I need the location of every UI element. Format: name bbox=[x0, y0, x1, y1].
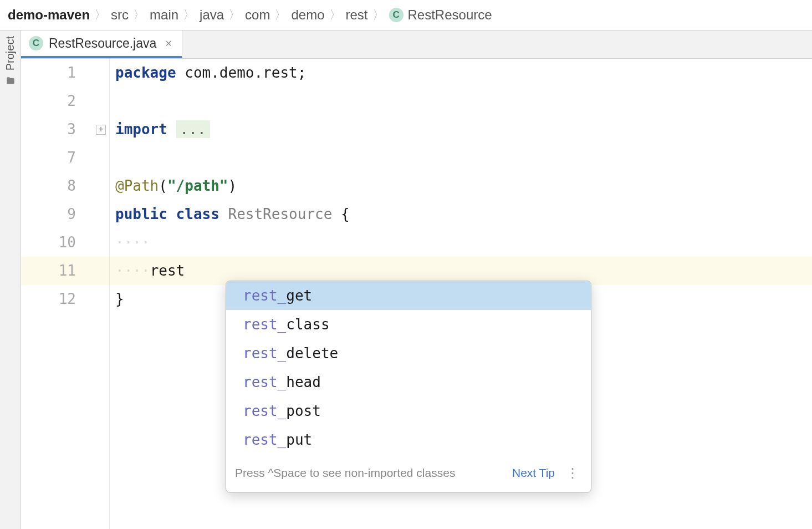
chevron-right-icon: 〉 bbox=[372, 7, 385, 23]
completion-item[interactable]: rest_put bbox=[226, 425, 591, 454]
line-number: 8 bbox=[21, 172, 76, 200]
breadcrumb-item[interactable]: main bbox=[150, 7, 178, 23]
chevron-right-icon: 〉 bbox=[133, 7, 145, 23]
line-number: 10 bbox=[21, 228, 76, 257]
editor-tab-label: RestResource.java bbox=[49, 36, 156, 51]
chevron-right-icon: 〉 bbox=[329, 7, 341, 23]
line-number: 12 bbox=[21, 285, 76, 313]
line-number: 7 bbox=[21, 144, 76, 172]
breadcrumb-label: demo bbox=[291, 7, 324, 23]
line-number: 9 bbox=[21, 200, 76, 228]
breadcrumb-label: main bbox=[150, 7, 178, 23]
editor-gutter: 123+789101112 bbox=[21, 59, 110, 529]
editor-tab-restresource[interactable]: C RestResource.java × bbox=[21, 30, 182, 58]
chevron-right-icon: 〉 bbox=[228, 7, 241, 23]
breadcrumb-label: RestResource bbox=[408, 7, 492, 23]
code-line[interactable]: import ... bbox=[115, 115, 812, 144]
completion-hint: Press ^Space to see non-imported classes bbox=[235, 459, 504, 487]
folder-icon bbox=[4, 76, 17, 86]
editor-tab-bar: C RestResource.java × bbox=[21, 30, 812, 59]
completion-popup: rest_getrest_classrest_deleterest_headre… bbox=[226, 281, 591, 493]
project-tool-button[interactable]: Project bbox=[4, 36, 17, 70]
breadcrumb-label: rest bbox=[346, 7, 368, 23]
completion-footer: Press ^Space to see non-imported classes… bbox=[226, 454, 591, 492]
editor-code[interactable]: package com.demo.rest;import ...@Path("/… bbox=[110, 59, 812, 529]
breadcrumb-label: demo-maven bbox=[8, 7, 90, 23]
breadcrumb: demo-maven〉src〉main〉java〉com〉demo〉rest〉C… bbox=[0, 0, 812, 30]
breadcrumb-label: com bbox=[245, 7, 270, 23]
chevron-right-icon: 〉 bbox=[183, 7, 195, 23]
fold-expand-icon[interactable]: + bbox=[96, 125, 106, 135]
completion-item[interactable]: rest_class bbox=[226, 310, 591, 339]
completion-item[interactable]: rest_head bbox=[226, 368, 591, 396]
class-icon: C bbox=[29, 36, 43, 50]
breadcrumb-label: src bbox=[111, 7, 129, 23]
completion-item[interactable]: rest_delete bbox=[226, 339, 591, 368]
line-number: 11 bbox=[21, 257, 109, 285]
breadcrumb-item[interactable]: demo-maven bbox=[8, 7, 90, 23]
breadcrumb-item[interactable]: com bbox=[245, 7, 270, 23]
line-number: 3+ bbox=[21, 115, 76, 144]
code-line[interactable]: @Path("/path") bbox=[115, 172, 812, 200]
close-icon[interactable]: × bbox=[165, 37, 172, 50]
breadcrumb-item[interactable]: src bbox=[111, 7, 129, 23]
chevron-right-icon: 〉 bbox=[94, 7, 106, 23]
more-icon[interactable]: ⋮ bbox=[563, 470, 582, 476]
tool-window-bar: Project bbox=[0, 30, 21, 529]
code-line[interactable]: ···· bbox=[115, 228, 812, 257]
code-line[interactable] bbox=[115, 87, 812, 115]
class-icon: C bbox=[389, 8, 404, 22]
line-number: 2 bbox=[21, 87, 76, 115]
next-tip-link[interactable]: Next Tip bbox=[512, 459, 555, 487]
chevron-right-icon: 〉 bbox=[274, 7, 287, 23]
breadcrumb-item[interactable]: demo bbox=[291, 7, 324, 23]
code-line[interactable]: public class RestResource { bbox=[115, 200, 812, 228]
breadcrumb-item[interactable]: java bbox=[200, 7, 224, 23]
line-number: 1 bbox=[21, 59, 76, 87]
completion-item[interactable]: rest_get bbox=[226, 281, 591, 310]
completion-item[interactable]: rest_post bbox=[226, 396, 591, 425]
code-line[interactable]: package com.demo.rest; bbox=[115, 59, 812, 87]
breadcrumb-label: java bbox=[200, 7, 224, 23]
breadcrumb-item[interactable]: rest bbox=[346, 7, 368, 23]
code-line[interactable] bbox=[115, 144, 812, 172]
code-editor[interactable]: 123+789101112 package com.demo.rest;impo… bbox=[21, 59, 812, 529]
breadcrumb-item[interactable]: CRestResource bbox=[389, 7, 492, 23]
